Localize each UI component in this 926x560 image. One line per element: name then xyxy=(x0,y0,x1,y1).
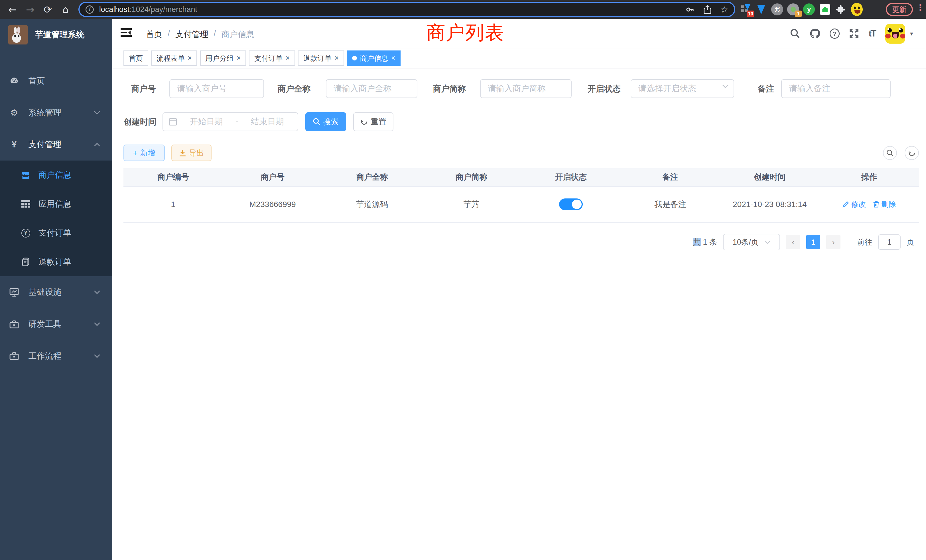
total-value: 1 xyxy=(703,238,707,246)
short-name-input[interactable] xyxy=(480,79,572,98)
tag-user-group[interactable]: 用户分组× xyxy=(200,50,246,66)
date-end-placeholder: 结束日期 xyxy=(243,116,292,127)
column-header: 操作 xyxy=(819,172,919,183)
close-icon[interactable]: × xyxy=(391,54,395,62)
chevron-down-icon xyxy=(94,110,100,115)
tag-pay-order[interactable]: 支付订单× xyxy=(249,50,295,66)
export-button[interactable]: 导出 xyxy=(171,145,212,161)
date-separator: - xyxy=(236,117,238,126)
sidebar-item-infra[interactable]: 基础设施 xyxy=(0,276,112,308)
avatar-caret-icon[interactable]: ▾ xyxy=(910,30,913,37)
tag-refund-order[interactable]: 退款订单× xyxy=(298,50,344,66)
remark-input[interactable] xyxy=(781,79,890,98)
refresh-button[interactable] xyxy=(905,146,919,160)
address-bar[interactable]: i localhost:1024/pay/merchant ☆ xyxy=(79,2,735,17)
cell-merchant-id: 1 xyxy=(123,200,223,209)
profile-avatar-icon[interactable] xyxy=(851,3,863,15)
sidebar-collapse-icon[interactable] xyxy=(121,28,132,38)
app-logo[interactable]: 芋道管理系统 xyxy=(0,19,112,51)
page-content: 商户号 商户全称 商户简称 开启状态 备注 创建时间 开始日期 - 结束日期 xyxy=(112,68,926,558)
sidebar-item-workflow[interactable]: 工作流程 xyxy=(0,340,112,372)
sidebar-item-label: 支付订单 xyxy=(38,227,71,239)
extension-switcher-icon[interactable]: 1 xyxy=(787,3,799,15)
close-icon[interactable]: × xyxy=(334,54,339,62)
page-size-select[interactable]: 10条/页 xyxy=(723,234,780,250)
forward-icon[interactable]: → xyxy=(21,2,39,17)
sidebar-item-label: 基础设施 xyxy=(28,286,61,298)
status-select[interactable] xyxy=(631,79,734,98)
total-suffix: 条 xyxy=(709,238,717,246)
total-count: 共 1 条 xyxy=(693,237,717,247)
tag-merchant-info[interactable]: 商户信息× xyxy=(347,50,401,66)
fullscreen-icon[interactable] xyxy=(849,29,859,38)
bookmark-star-icon[interactable]: ☆ xyxy=(720,4,728,15)
date-range-picker[interactable]: 开始日期 - 结束日期 xyxy=(162,112,298,131)
extensions-strip: 10 ⌘ 1 y xyxy=(739,0,863,19)
help-icon[interactable]: ? xyxy=(830,29,840,38)
gear-icon: ⚙ xyxy=(9,108,19,118)
close-icon[interactable]: × xyxy=(237,54,241,62)
sidebar-item-app-info[interactable]: 应用信息 xyxy=(0,190,112,218)
url-text[interactable]: localhost:1024/pay/merchant xyxy=(99,5,685,14)
extension-gem-icon[interactable] xyxy=(755,3,767,15)
user-avatar[interactable] xyxy=(885,24,905,44)
chrome-update-button[interactable]: 更新 xyxy=(886,3,913,16)
sidebar-item-merchant-info[interactable]: 商户信息 xyxy=(0,160,112,189)
search-button[interactable]: 搜索 xyxy=(305,112,346,131)
sidebar-item-system[interactable]: ⚙ 系统管理 xyxy=(0,97,112,129)
next-page-button[interactable]: › xyxy=(826,235,840,249)
breadcrumb-home[interactable]: 首页 xyxy=(146,29,162,40)
breadcrumb-payment[interactable]: 支付管理 xyxy=(176,29,209,40)
sidebar-item-dev-tools[interactable]: 研发工具 xyxy=(0,308,112,340)
merchant-no-input[interactable] xyxy=(169,79,264,98)
sidebar-item-payment[interactable]: ¥ 支付管理 xyxy=(0,129,112,161)
sidebar-item-pay-order[interactable]: ¥ 支付订单 xyxy=(0,218,112,247)
close-icon[interactable]: × xyxy=(286,54,290,62)
full-name-input[interactable] xyxy=(326,79,418,98)
url-host: localhost xyxy=(99,5,129,14)
tag-label: 商户信息 xyxy=(360,54,388,63)
tag-home[interactable]: 首页 xyxy=(123,50,148,66)
sidebar-item-label: 退款订单 xyxy=(38,256,71,268)
close-icon[interactable]: × xyxy=(188,54,192,62)
home-icon[interactable]: ⌂ xyxy=(57,2,74,17)
status-select-input[interactable] xyxy=(631,79,734,98)
page-1-button[interactable]: 1 xyxy=(806,235,820,249)
github-icon[interactable] xyxy=(809,28,820,39)
trash-icon xyxy=(873,201,879,208)
add-button[interactable]: + 新增 xyxy=(123,145,165,161)
reset-button[interactable]: 重置 xyxy=(353,112,393,131)
breadcrumb-separator: / xyxy=(168,29,170,40)
goto-label: 前往 xyxy=(857,237,872,247)
share-icon[interactable] xyxy=(703,5,712,14)
sidebar-item-refund-order[interactable]: 退款订单 xyxy=(0,248,112,276)
goto-page-input[interactable] xyxy=(878,235,900,250)
browser-menu-icon[interactable]: ⋮ xyxy=(916,2,925,13)
font-size-icon[interactable]: tT xyxy=(869,29,876,39)
browser-window: ← → ⟳ ⌂ i localhost:1024/pay/merchant ☆ … xyxy=(0,0,926,560)
date-start-placeholder: 开始日期 xyxy=(182,116,231,127)
extension-blocker-icon[interactable]: 10 xyxy=(739,3,751,15)
search-icon[interactable] xyxy=(790,29,800,38)
extension-command-icon[interactable]: ⌘ xyxy=(771,3,783,15)
tag-process-form[interactable]: 流程表单× xyxy=(151,50,197,66)
full-name-label: 商户全称 xyxy=(278,79,311,98)
plus-icon: + xyxy=(133,149,138,157)
sidebar-menu: 首页 ⚙ 系统管理 ¥ 支付管理 商户信息 应用信息 xyxy=(0,51,112,372)
extensions-puzzle-icon[interactable] xyxy=(835,3,847,15)
create-time-label: 创建时间 xyxy=(123,112,156,131)
back-icon[interactable]: ← xyxy=(3,2,21,17)
reload-icon[interactable]: ⟳ xyxy=(39,2,57,17)
toggle-search-button[interactable] xyxy=(883,146,897,160)
password-key-icon[interactable] xyxy=(685,5,695,14)
site-info-icon[interactable]: i xyxy=(86,5,94,14)
extension-doc-icon[interactable] xyxy=(819,3,831,15)
chevron-down-icon xyxy=(94,322,100,326)
table-header: 商户编号 商户号 商户全称 商户简称 开启状态 备注 创建时间 操作 xyxy=(123,168,919,186)
delete-button[interactable]: 删除 xyxy=(873,199,896,209)
extension-y-icon[interactable]: y xyxy=(803,3,815,15)
sidebar-item-home[interactable]: 首页 xyxy=(0,65,112,97)
status-toggle[interactable] xyxy=(559,198,583,210)
prev-page-button[interactable]: ‹ xyxy=(786,235,800,249)
edit-button[interactable]: 修改 xyxy=(842,199,866,209)
